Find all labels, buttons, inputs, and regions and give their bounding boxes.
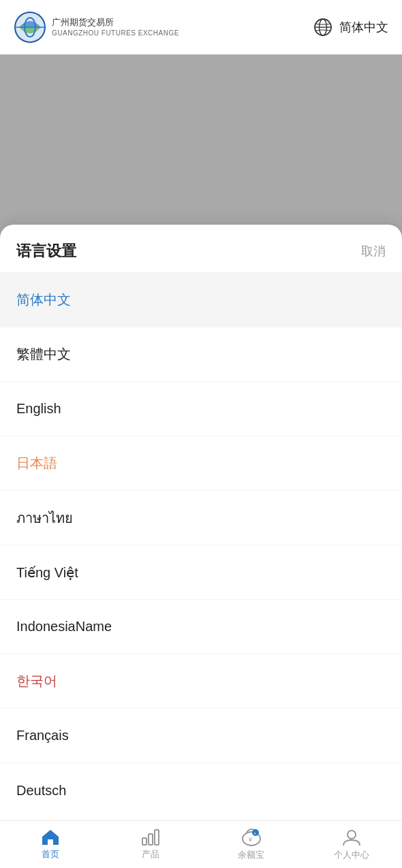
- sheet-header: 语言设置 取消: [0, 225, 402, 273]
- lang-item-korean[interactable]: 한국어: [0, 654, 402, 709]
- svg-text:¥: ¥: [248, 836, 253, 843]
- nav-profile[interactable]: 个人中心: [302, 821, 403, 868]
- globe-icon: [313, 18, 333, 37]
- logo-icon: [14, 11, 46, 44]
- nav-home-label: 首页: [42, 848, 59, 861]
- lang-item-traditional-chinese[interactable]: 繁體中文: [0, 327, 402, 382]
- sheet-title: 语言设置: [16, 241, 76, 261]
- svg-rect-8: [149, 834, 153, 845]
- lang-item-vietnamese[interactable]: Tiếng Việt: [0, 545, 402, 600]
- lang-item-french[interactable]: Français: [0, 709, 402, 763]
- bottom-nav: 首页 产品 ¥ + 余额宝 个人中心: [0, 820, 402, 868]
- lang-item-english[interactable]: English: [0, 382, 402, 436]
- logo-text-block: 广州期货交易所 GUANGZHOU FUTURES EXCHANGE: [52, 17, 179, 37]
- logo-area: 广州期货交易所 GUANGZHOU FUTURES EXCHANGE: [14, 11, 179, 44]
- language-list: 简体中文繁體中文English日本語ภาษาไทยTiếng ViệtIndon…: [0, 273, 402, 814]
- nav-balance-label: 余额宝: [238, 849, 264, 861]
- lang-item-indonesian[interactable]: IndonesiaName: [0, 600, 402, 654]
- nav-products[interactable]: 产品: [101, 821, 202, 868]
- svg-rect-7: [142, 838, 146, 845]
- cancel-button[interactable]: 取消: [361, 243, 386, 259]
- logo-en: GUANGZHOU FUTURES EXCHANGE: [52, 29, 179, 37]
- current-language-button[interactable]: 简体中文: [313, 18, 388, 37]
- svg-text:+: +: [253, 831, 256, 836]
- lang-item-japanese[interactable]: 日本語: [0, 436, 402, 491]
- lang-item-german[interactable]: Deutsch: [0, 763, 402, 814]
- svg-point-14: [347, 831, 356, 839]
- lang-item-simplified-chinese[interactable]: 简体中文: [0, 273, 402, 327]
- svg-rect-9: [155, 830, 159, 845]
- profile-icon: [342, 828, 361, 847]
- products-icon: [141, 829, 160, 846]
- home-icon: [41, 829, 60, 846]
- nav-profile-label: 个人中心: [334, 849, 369, 861]
- balance-icon: ¥ +: [241, 828, 262, 847]
- language-sheet: 语言设置 取消 简体中文繁體中文English日本語ภาษาไทยTiếng V…: [0, 225, 402, 820]
- current-lang-label: 简体中文: [339, 19, 388, 35]
- nav-balance[interactable]: ¥ + 余额宝: [201, 821, 302, 868]
- nav-products-label: 产品: [142, 848, 159, 861]
- lang-item-thai[interactable]: ภาษาไทย: [0, 491, 402, 545]
- nav-home[interactable]: 首页: [0, 821, 101, 868]
- logo-cn: 广州期货交易所: [52, 17, 179, 29]
- top-bar: 广州期货交易所 GUANGZHOU FUTURES EXCHANGE 简体中文: [0, 0, 402, 54]
